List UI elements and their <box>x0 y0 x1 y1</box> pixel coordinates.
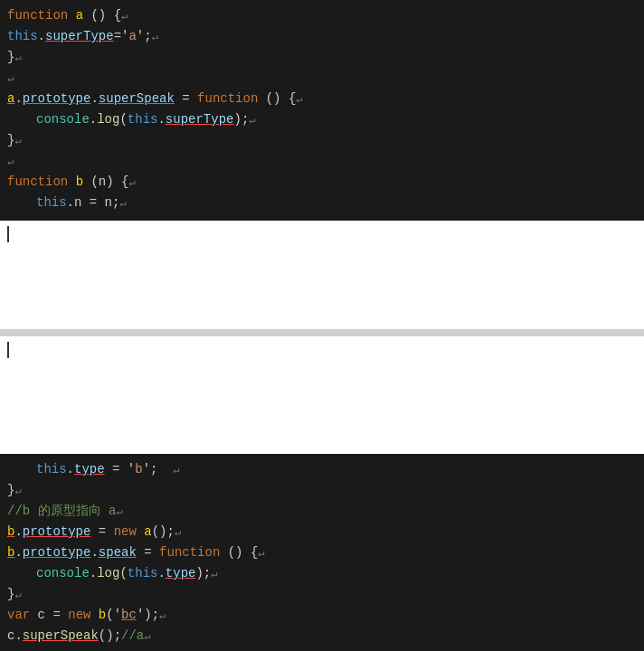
white-area-top[interactable] <box>0 221 644 329</box>
code-line: console.log(this.type);↵ <box>7 563 637 584</box>
code-line: this.type = 'b'; ↵ <box>7 459 637 480</box>
code-line: //b 的原型指向 a↵ <box>7 501 637 522</box>
code-block-bottom: this.type = 'b'; ↵ }↵ //b 的原型指向 a↵ b.pro… <box>0 454 644 651</box>
code-line: console.log(this.superType);↵ <box>7 109 637 130</box>
code-line: b.prototype.speak = function () {↵ <box>7 542 637 563</box>
code-line: b.prototype = new a();↵ <box>7 522 637 542</box>
code-line: c.superSpeak();//a↵ <box>7 626 637 646</box>
code-line: }↵ <box>7 480 637 501</box>
editor-container: function a () {↵ this.superType='a';↵ }↵… <box>0 0 644 651</box>
code-line: var c = new b('bc');↵ <box>7 605 637 626</box>
code-line: this.n = n;↵ <box>7 193 637 213</box>
code-block-top: function a () {↵ this.superType='a';↵ }↵… <box>0 0 644 221</box>
code-line: a.prototype.superSpeak = function () {↵ <box>7 89 637 109</box>
divider <box>0 329 644 336</box>
code-line: function b (n) {↵ <box>7 172 637 193</box>
code-line: this.superType='a';↵ <box>7 26 637 47</box>
code-line: function a () {↵ <box>7 5 637 26</box>
code-line: }↵ <box>7 47 637 68</box>
code-line: ↵ <box>7 151 637 172</box>
cursor-middle <box>7 342 9 358</box>
code-line: ↵ <box>7 68 637 89</box>
cursor-top <box>7 226 9 242</box>
code-line: }↵ <box>7 584 637 605</box>
code-line: }↵ <box>7 130 637 151</box>
white-area-middle[interactable] <box>0 336 644 454</box>
